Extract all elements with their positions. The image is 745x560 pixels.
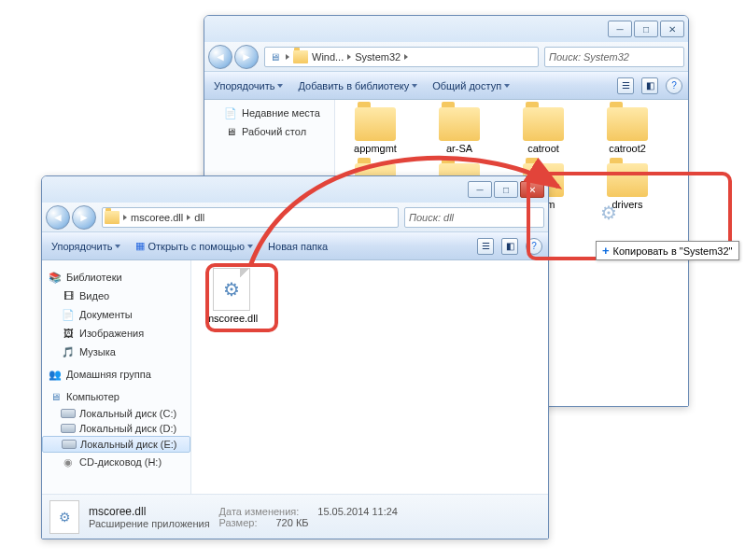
status-thumb-icon: ⚙ [49,500,79,534]
minimize-button[interactable]: ─ [468,181,492,198]
plus-icon: + [602,244,610,258]
add-to-library-button[interactable]: Добавить в библиотеку [294,78,421,93]
video-icon: 🎞 [61,288,76,303]
file-label: mscoree.dll [205,313,258,324]
computer-icon: 🖥 [267,49,282,64]
sidebar-group-homegroup[interactable]: 👥Домашняя группа [42,365,190,384]
documents-icon: 📄 [61,307,76,322]
music-icon: 🎵 [61,344,76,359]
forward-button[interactable]: ► [72,205,96,230]
status-size-label: Размер: [219,517,258,528]
new-folder-button[interactable]: Новая папка [264,239,331,254]
address-bar[interactable]: mscoree.dll dll [102,207,399,228]
sidebar-item-disk-e[interactable]: Локальный диск (E:) [42,436,190,453]
view-icon[interactable]: ☰ [477,238,494,255]
forward-button[interactable]: ► [234,45,259,69]
help-icon[interactable]: ? [666,77,682,94]
status-date-label: Дата изменения: [219,506,300,517]
titlebar[interactable]: ─ □ ✕ [204,16,688,42]
preview-pane-icon[interactable]: ◧ [501,238,518,255]
explorer-window-dll: ─ □ ✕ ◄ ► mscoree.dll dll Поиск: dll Упо… [41,175,549,539]
sidebar-item-disk-c[interactable]: Локальный диск (C:) [42,406,190,421]
sidebar-group-libraries[interactable]: 📚Библиотеки [42,268,190,287]
status-bar: ⚙ mscoree.dll Расширение приложения Дата… [42,494,548,539]
folder-item[interactable]: catroot2 [595,107,660,154]
tooltip-text: Копировать в "System32" [613,245,733,257]
sidebar-item-music[interactable]: 🎵Музыка [42,343,190,361]
pictures-icon: 🖼 [61,326,76,341]
sidebar-item-video[interactable]: 🎞Видео [42,287,190,305]
organize-button[interactable]: Упорядочить [210,78,287,93]
open-with-button[interactable]: ▦Открыть с помощью [132,238,257,254]
sidebar-group-computer[interactable]: 🖥Компьютер [42,387,190,406]
maximize-button[interactable]: □ [634,21,658,37]
breadcrumb-item[interactable]: dll [194,212,204,223]
disk-icon [61,424,76,433]
sidebar-item-desktop[interactable]: 🖥Рабочий стол [204,122,334,141]
folder-item[interactable]: appmgmt [343,107,408,154]
breadcrumb-item[interactable]: Wind... [312,51,344,63]
dll-file-icon: ⚙ [213,268,250,311]
folder-icon [105,211,119,224]
organize-button[interactable]: Упорядочить [48,239,124,254]
sidebar-item-recent[interactable]: 📄Недавние места [204,104,334,122]
status-size-value: 720 КБ [275,517,308,528]
maximize-button[interactable]: □ [494,181,518,198]
disk-icon [62,440,77,449]
folder-item[interactable]: ar-SA [427,107,492,154]
drag-tooltip: + Копировать в "System32" [596,241,739,260]
folder-icon [293,50,308,63]
close-button[interactable]: ✕ [520,181,544,198]
navbar: ◄ ► mscoree.dll dll Поиск: dll [42,203,548,232]
file-item-mscoree-dll[interactable]: ⚙ mscoree.dll [199,268,264,324]
status-filetype: Расширение приложения [89,518,210,529]
minimize-button[interactable]: ─ [608,21,632,37]
back-button[interactable]: ◄ [208,45,232,69]
status-filename: mscoree.dll [89,505,210,518]
titlebar[interactable]: ─ □ ✕ [42,176,548,203]
sidebar-item-documents[interactable]: 📄Документы [42,305,190,324]
homegroup-icon: 👥 [48,367,63,382]
share-button[interactable]: Общий доступ [429,78,513,93]
close-button[interactable]: ✕ [660,21,684,37]
cd-icon: ◉ [61,455,76,469]
search-input[interactable]: Поиск: dll [404,207,544,228]
folder-item[interactable]: catroot [511,107,576,154]
navbar: ◄ ► 🖥 Wind... System32 Поиск: System32 [204,42,688,72]
toolbar: Упорядочить Добавить в библиотеку Общий … [204,72,688,100]
sidebar-item-pictures[interactable]: 🖼Изображения [42,324,190,343]
computer-icon: 🖥 [48,389,63,404]
window-body: 📚Библиотеки 🎞Видео 📄Документы 🖼Изображен… [42,260,548,494]
sidebar: 📚Библиотеки 🎞Видео 📄Документы 🖼Изображен… [42,260,191,494]
toolbar: Упорядочить ▦Открыть с помощью Новая пап… [42,232,548,260]
address-bar[interactable]: 🖥 Wind... System32 [264,47,539,67]
preview-pane-icon[interactable]: ◧ [641,77,658,94]
sidebar-item-disk-d[interactable]: Локальный диск (D:) [42,421,190,436]
help-icon[interactable]: ? [526,238,542,255]
sidebar-item-cd[interactable]: ◉CD-дисковод (H:) [42,453,190,471]
libraries-icon: 📚 [48,270,63,285]
recent-icon: 📄 [223,105,238,120]
drag-ghost-icon: ⚙ [590,191,627,234]
breadcrumb-item[interactable]: mscoree.dll [131,212,183,223]
content-area[interactable]: ⚙ mscoree.dll [191,260,548,494]
breadcrumb-item[interactable]: System32 [355,51,401,63]
search-input[interactable]: Поиск: System32 [544,47,684,67]
desktop-icon: 🖥 [223,124,238,139]
status-date-value: 15.05.2014 11:24 [317,506,398,517]
back-button[interactable]: ◄ [46,205,70,230]
disk-icon [61,409,76,418]
view-icon[interactable]: ☰ [617,77,634,94]
